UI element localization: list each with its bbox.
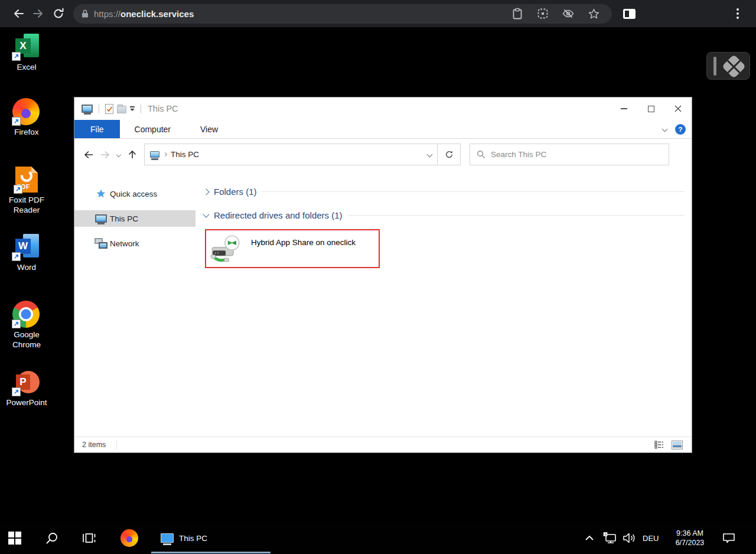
details-view-button[interactable] — [652, 439, 666, 451]
network-icon — [92, 238, 110, 249]
taskbar: This PC DEU 9:36 AM 6/7/2023 — [0, 522, 756, 554]
group-label: Folders (1) — [214, 187, 257, 197]
side-panel-icon[interactable] — [619, 4, 639, 24]
shortcut-arrow-icon — [12, 387, 21, 396]
files-pane: Folders (1) Redirected drives and folder… — [195, 170, 692, 436]
tray-date: 6/7/2023 — [676, 538, 705, 548]
taskbar-search-button[interactable] — [45, 531, 59, 545]
search-box[interactable] — [470, 144, 669, 165]
search-icon — [477, 150, 485, 159]
desktop-icon-powerpoint[interactable]: P PowerPoint — [2, 369, 51, 408]
taskbar-button-label: This PC — [179, 534, 207, 543]
shortcut-arrow-icon — [14, 185, 22, 194]
tray-volume-icon[interactable] — [621, 532, 637, 545]
tab-view[interactable]: View — [185, 120, 233, 138]
desktop-icon-chrome[interactable]: Google Chrome — [2, 301, 51, 350]
tray-network-icon[interactable] — [602, 532, 618, 545]
tray-clock[interactable]: 9:36 AM 6/7/2023 — [669, 529, 711, 548]
browser-forward-button[interactable] — [28, 4, 48, 24]
chevron-down-icon[interactable] — [203, 211, 209, 217]
group-header-folders[interactable]: Folders (1) — [204, 185, 685, 198]
nav-forward-button[interactable] — [97, 146, 113, 163]
tab-group-icon[interactable] — [533, 4, 553, 24]
start-button[interactable] — [8, 532, 21, 545]
search-input[interactable] — [491, 150, 662, 159]
tray-show-hidden-icons-chevron[interactable] — [585, 535, 594, 541]
explorer-window: This PC File Computer View ? — [74, 97, 692, 453]
quick-access-star-icon — [92, 188, 110, 199]
eye-off-icon[interactable] — [558, 4, 578, 24]
desktop-icon-label: Google Chrome — [2, 330, 51, 350]
desktop-icon-label: PowerPoint — [6, 398, 47, 408]
sidebar-item-label: Quick access — [110, 190, 157, 198]
browser-back-button[interactable] — [8, 4, 28, 24]
recent-locations-chevron-icon[interactable] — [113, 146, 124, 163]
address-dropdown-chevron-icon[interactable] — [427, 152, 433, 158]
customize-toolbar-caret-icon[interactable] — [128, 100, 136, 117]
help-button[interactable]: ? — [675, 124, 686, 135]
shortcut-arrow-icon — [12, 117, 21, 126]
browser-menu-kebab-icon[interactable] — [728, 4, 748, 24]
taskbar-firefox-button[interactable] — [120, 529, 138, 547]
minimize-button[interactable] — [610, 97, 637, 120]
navigation-bar: This PC — [74, 139, 692, 170]
task-view-button[interactable] — [82, 532, 97, 545]
tray-language-indicator[interactable]: DEU — [643, 534, 659, 543]
address-bar[interactable]: This PC — [144, 144, 438, 165]
expand-ribbon-chevron-icon[interactable] — [662, 126, 668, 132]
tab-file[interactable]: File — [74, 120, 120, 138]
browser-reload-button[interactable] — [48, 4, 69, 24]
desktop-icon-excel[interactable]: X Excel — [2, 33, 51, 73]
file-item-hybrid-app-share[interactable]: Hybrid App Share on oneclick — [205, 229, 380, 268]
bookmark-star-icon[interactable] — [584, 4, 604, 24]
sidebar-item-quick-access[interactable]: Quick access — [74, 185, 195, 202]
shortcut-arrow-icon — [12, 320, 21, 328]
this-pc-icon — [161, 533, 174, 543]
divider — [347, 215, 685, 216]
desktop-icon-foxit[interactable]: PDF Foxit PDF Reader — [2, 166, 51, 216]
desktop-icon-firefox[interactable]: Firefox — [2, 98, 51, 138]
address-omnibox[interactable]: https://oneclick.services — [73, 4, 612, 24]
breadcrumb-location[interactable]: This PC — [171, 150, 199, 159]
explorer-body: Quick access This PC Network Folders (1) — [74, 170, 692, 436]
sidebar-item-this-pc[interactable]: This PC — [74, 210, 195, 227]
shortcut-arrow-icon — [12, 252, 21, 261]
widget-drag-handle[interactable] — [713, 57, 716, 76]
oneclick-menu-icon[interactable] — [722, 54, 746, 79]
tray-time: 9:36 AM — [676, 529, 705, 538]
divider — [141, 105, 141, 113]
properties-check-icon[interactable] — [103, 100, 115, 117]
taskbar-this-pc-button[interactable]: This PC — [151, 522, 271, 554]
sidebar-item-network[interactable]: Network — [74, 235, 195, 252]
desktop-icon-label: Excel — [17, 63, 36, 73]
active-app-indicator — [151, 552, 271, 553]
divider — [116, 440, 117, 449]
lock-icon — [82, 9, 89, 18]
redirected-drive-icon — [210, 235, 241, 266]
desktop-icon-word[interactable]: W Word — [2, 233, 51, 273]
tab-computer[interactable]: Computer — [120, 120, 185, 138]
maximize-button[interactable] — [637, 97, 664, 120]
group-header-redirected-drives[interactable]: Redirected drives and folders (1) — [204, 209, 685, 221]
desktop-icon-label: Foxit PDF Reader — [2, 195, 51, 216]
session-toolbar-widget[interactable] — [706, 52, 750, 80]
window-title: This PC — [148, 104, 178, 113]
desktop-icon-label: Word — [17, 263, 36, 273]
this-pc-icon — [150, 151, 159, 158]
breadcrumb-chevron-icon[interactable] — [163, 152, 167, 157]
action-center-icon[interactable] — [722, 532, 736, 545]
file-item-label: Hybrid App Share on oneclick — [251, 238, 356, 247]
large-icons-view-button[interactable] — [670, 439, 684, 451]
refresh-button[interactable] — [438, 144, 461, 165]
divider — [99, 105, 99, 113]
nav-back-button[interactable] — [80, 146, 97, 163]
navigation-pane: Quick access This PC Network — [74, 170, 195, 436]
browser-toolbar: https://oneclick.services — [0, 0, 756, 27]
nav-up-button[interactable] — [124, 146, 141, 163]
new-folder-icon[interactable] — [115, 100, 128, 117]
url-text: https://oneclick.services — [94, 9, 194, 19]
system-menu-this-pc-icon[interactable] — [80, 100, 94, 117]
chevron-right-icon[interactable] — [203, 188, 209, 195]
clipboard-icon[interactable] — [507, 4, 527, 24]
close-button[interactable] — [664, 97, 692, 120]
